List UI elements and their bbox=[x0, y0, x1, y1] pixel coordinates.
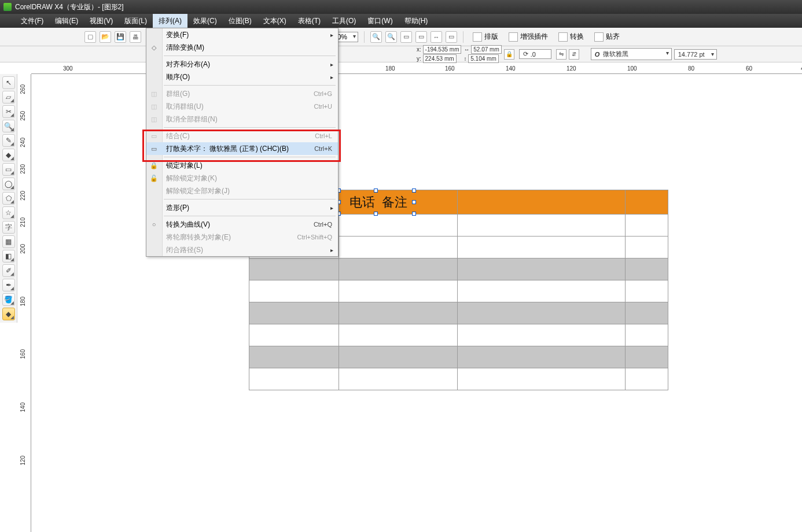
menu-item-label: 变换(F) bbox=[166, 30, 332, 40]
ruler-tick: 260 bbox=[20, 84, 31, 94]
menu-text[interactable]: 文本(X) bbox=[257, 14, 292, 28]
menu-file[interactable]: 文件(F) bbox=[15, 14, 49, 28]
pick-tool[interactable]: ↖ bbox=[2, 76, 15, 89]
ruler-tick: 250 bbox=[20, 111, 31, 121]
interactive-tool[interactable]: ◧ bbox=[2, 250, 15, 263]
ruler-tick: 160 bbox=[20, 349, 31, 359]
convert-icon bbox=[558, 32, 568, 42]
menu-item[interactable]: 🔒锁定对象(L) bbox=[146, 159, 338, 172]
ellipse-tool[interactable]: ◯ bbox=[2, 178, 15, 190]
table-tool[interactable]: ▦ bbox=[2, 235, 15, 248]
menu-item[interactable]: ◇清除变换(M) bbox=[146, 41, 338, 54]
plugin-button[interactable]: 增强插件 bbox=[505, 31, 551, 43]
menu-item[interactable]: ○转换为曲线(V)Ctrl+Q bbox=[146, 218, 338, 231]
menu-item-label: 造形(P) bbox=[166, 203, 332, 213]
menu-divider bbox=[164, 157, 336, 157]
menu-item-label: 将轮廓转换为对象(E) bbox=[166, 232, 297, 242]
selection-handle[interactable] bbox=[374, 189, 378, 193]
menu-item[interactable]: 顺序(O)▸ bbox=[146, 71, 338, 83]
typeset-button[interactable]: 排版 bbox=[469, 31, 502, 43]
selection-handle[interactable] bbox=[412, 200, 416, 204]
selection-handle[interactable] bbox=[412, 189, 416, 193]
arrange-menu-dropdown: 变换(F)▸◇清除变换(M)对齐和分布(A)▸顺序(O)▸◫群组(G)Ctrl+… bbox=[146, 28, 339, 257]
lock-ratio-button[interactable]: 🔒 bbox=[504, 49, 514, 60]
outline-tool[interactable]: ✒ bbox=[2, 279, 15, 291]
menu-item-icon: ◫ bbox=[149, 89, 159, 98]
menu-window[interactable]: 窗口(W) bbox=[362, 14, 398, 28]
menu-item-label: 取消全部群组(N) bbox=[166, 114, 332, 124]
ruler-tick: 160 bbox=[445, 65, 455, 72]
font-select[interactable]: O微软雅黑 bbox=[591, 48, 672, 60]
header-phone: 电话 bbox=[350, 195, 375, 209]
zoom-width-button[interactable]: ↔ bbox=[431, 31, 442, 43]
fill-tool[interactable]: 🪣 bbox=[2, 293, 15, 306]
open-button[interactable]: 📂 bbox=[100, 31, 111, 43]
zoom-fit-button[interactable]: ▭ bbox=[400, 31, 412, 43]
new-doc-button[interactable]: ▢ bbox=[84, 31, 96, 43]
table-row bbox=[249, 368, 668, 390]
menu-item-label: 转换为曲线(V) bbox=[166, 220, 314, 230]
menu-item[interactable]: ▭打散美术字： 微软雅黑 (正常) (CHC)(B)Ctrl+K bbox=[146, 142, 338, 155]
menu-arrange[interactable]: 排列(A) bbox=[153, 14, 187, 28]
menu-item: 将轮廓转换为对象(E)Ctrl+Shift+Q bbox=[146, 231, 338, 243]
menu-divider bbox=[164, 85, 336, 86]
selection-handle[interactable] bbox=[412, 212, 416, 216]
menu-item-label: 取消群组(U) bbox=[166, 102, 314, 112]
menu-effects[interactable]: 效果(C) bbox=[187, 14, 223, 28]
y-field[interactable]: 224.53 mm bbox=[423, 54, 457, 63]
polygon-tool[interactable]: ⬠ bbox=[2, 192, 15, 205]
eyedropper-tool[interactable]: ✐ bbox=[2, 264, 15, 277]
save-button[interactable]: 💾 bbox=[115, 31, 126, 43]
menu-layout[interactable]: 版面(L) bbox=[119, 14, 153, 28]
menu-bitmap[interactable]: 位图(B) bbox=[223, 14, 257, 28]
menu-item[interactable]: 变换(F)▸ bbox=[146, 28, 338, 41]
menu-item-shortcut: Ctrl+Shift+Q bbox=[297, 234, 332, 241]
crop-tool[interactable]: ✂ bbox=[2, 105, 15, 118]
menu-item-label: 解除锁定对象(K) bbox=[166, 173, 332, 183]
shape-tool[interactable]: ▱ bbox=[2, 91, 15, 104]
menu-view[interactable]: 视图(V) bbox=[84, 14, 119, 28]
rectangle-tool[interactable]: ▭ bbox=[2, 163, 15, 176]
menu-item: 闭合路径(S)▸ bbox=[146, 243, 338, 256]
menu-tools[interactable]: 工具(O) bbox=[326, 14, 362, 28]
smart-fill-tool[interactable]: ◆ bbox=[2, 149, 15, 161]
width-field[interactable]: 52.07 mm bbox=[471, 45, 501, 54]
menu-help[interactable]: 帮助(H) bbox=[399, 14, 434, 28]
menu-item-icon: ◫ bbox=[149, 114, 159, 124]
menu-item[interactable]: 造形(P)▸ bbox=[146, 201, 338, 214]
title-bar: CorelDRAW X4（专业版）- [图形2] bbox=[0, 0, 802, 14]
height-field[interactable]: 5.104 mm bbox=[468, 54, 498, 63]
menu-table[interactable]: 表格(T) bbox=[292, 14, 326, 28]
print-button[interactable]: 🖶 bbox=[130, 31, 141, 43]
basic-shapes-tool[interactable]: ☆ bbox=[2, 206, 15, 219]
menu-item-icon: 🔓 bbox=[149, 173, 159, 183]
menu-item: 🔓解除锁定对象(K) bbox=[146, 172, 338, 184]
menu-item[interactable]: 对齐和分布(A)▸ bbox=[146, 58, 338, 71]
menu-item-label: 清除变换(M) bbox=[166, 43, 332, 53]
zoom-page-button[interactable]: ▭ bbox=[415, 31, 427, 43]
mirror-h-button[interactable]: ⇋ bbox=[556, 49, 566, 60]
selection-handle[interactable] bbox=[374, 212, 378, 216]
freehand-tool[interactable]: ✎ bbox=[2, 134, 15, 147]
snap-button[interactable]: 贴齐 bbox=[591, 31, 623, 43]
zoom-out-button[interactable]: 🔍 bbox=[385, 31, 397, 43]
menu-item-label: 群组(G) bbox=[166, 89, 314, 99]
rotation-field[interactable]: ⟳.0 bbox=[519, 49, 551, 59]
font-size-select[interactable]: 14.772 pt bbox=[674, 49, 717, 60]
ruler-tick: 140 bbox=[506, 65, 516, 72]
interactive-fill-tool[interactable]: ◆ bbox=[2, 308, 15, 320]
convert-button[interactable]: 转换 bbox=[555, 31, 587, 43]
text-tool[interactable]: 字 bbox=[2, 221, 15, 234]
table-row bbox=[249, 280, 668, 302]
ruler-tick: 200 bbox=[20, 244, 31, 254]
x-field[interactable]: -194.535 mm bbox=[423, 45, 462, 54]
zoom-height-button[interactable]: ▭ bbox=[446, 31, 457, 43]
zoom-in-button[interactable]: 🔍 bbox=[370, 31, 382, 43]
menu-item-label: 结合(C) bbox=[166, 131, 315, 141]
menu-item-label: 顺序(O) bbox=[166, 72, 332, 82]
zoom-tool[interactable]: 🔍 bbox=[2, 120, 15, 132]
menu-edit[interactable]: 编辑(E) bbox=[49, 14, 84, 28]
standard-toolbar: ▢ 📂 💾 🖶 50% 🔍 🔍 ▭ ▭ ↔ ▭ 排版 增强插件 转换 贴齐 bbox=[0, 28, 802, 46]
mirror-v-button[interactable]: ⇵ bbox=[569, 49, 579, 60]
ruler-tick: 240 bbox=[20, 138, 31, 147]
